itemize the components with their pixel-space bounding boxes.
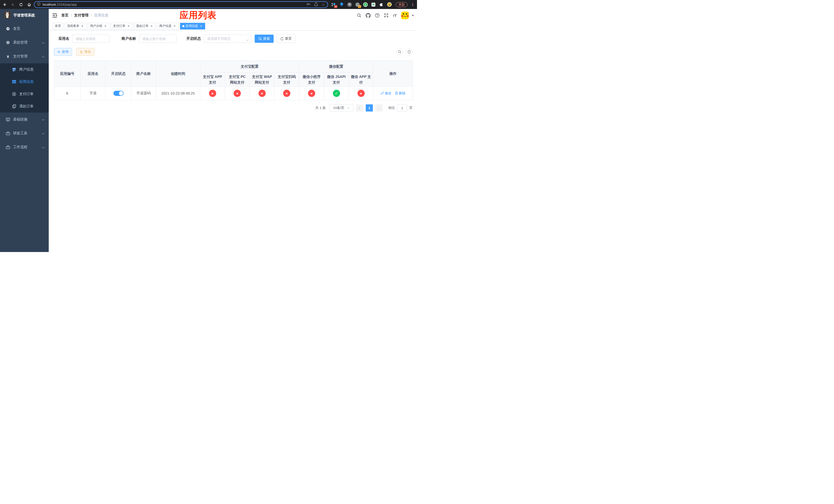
github-icon[interactable]: [366, 13, 371, 18]
col-merchant: 商户名称: [131, 61, 156, 87]
status-dot: ×: [234, 90, 241, 97]
tab-close-icon[interactable]: ×: [104, 24, 107, 28]
profile-emoji-icon[interactable]: [387, 2, 392, 7]
refresh-table-button[interactable]: [406, 48, 413, 55]
sidebar-item-label: 首页: [13, 26, 20, 31]
page-size-select[interactable]: 10条/页: [329, 104, 353, 112]
status-select[interactable]: 请选择开启状态: [204, 35, 251, 43]
sidebar-item-label: 支付订单: [19, 92, 34, 96]
app-title: 芋道管理系统: [13, 13, 35, 18]
toggle-search-button[interactable]: [396, 48, 403, 55]
tab-home[interactable]: 首页: [52, 23, 63, 29]
font-size-icon[interactable]: TT: [393, 14, 397, 18]
breadcrumb: 首页 / 支付管理 / 应用信息: [61, 13, 109, 18]
fullscreen-icon[interactable]: [384, 13, 389, 18]
tab-close-icon[interactable]: ×: [81, 24, 84, 28]
app-table: 应用编号 应用名 开启状态 商户名称 创建时间 支付宝配置 微信配置 操作 支付…: [54, 60, 413, 100]
breadcrumb-current: 应用信息: [94, 13, 109, 18]
sidebar-item-dev-tools[interactable]: 研发工具: [0, 127, 49, 140]
sidebar-collapse-icon[interactable]: [52, 14, 57, 18]
sidebar-item-merchant-info[interactable]: 商户信息: [0, 63, 49, 76]
merchant-name-input[interactable]: [139, 35, 176, 43]
main-content: 应用名 商户名称 开启状态 请选择开启状态 搜索 重置: [49, 30, 417, 252]
export-button[interactable]: 导出: [76, 48, 95, 55]
browser-update-button[interactable]: 更新: [396, 2, 408, 7]
tab-app-info[interactable]: 应用信息×: [180, 23, 205, 29]
reset-button[interactable]: 重置: [277, 35, 295, 43]
table-toolbar: 新增 导出: [54, 48, 413, 55]
col-wechat-mini: 微信小程序支付: [299, 72, 324, 87]
avatar[interactable]: [401, 12, 409, 19]
url-bar[interactable]: localhost:1024/pay/app ☆: [34, 1, 328, 8]
sidebar-item-pay[interactable]: ¥ 支付管理: [0, 49, 49, 63]
tab-user-group[interactable]: 用户分组×: [88, 23, 110, 29]
table-grid-icon: [11, 80, 17, 84]
group-wechat-config: 微信配置: [299, 61, 373, 72]
chevron-up-icon: [42, 54, 45, 59]
app-name-input[interactable]: [72, 35, 110, 43]
extension-chat-icon[interactable]: [371, 2, 376, 7]
breadcrumb-home[interactable]: 首页: [61, 13, 68, 18]
header-search-icon[interactable]: [357, 13, 361, 18]
chevron-down-icon: [42, 145, 45, 149]
sidebar-logo[interactable]: 芋道管理系统: [0, 9, 49, 22]
tab-close-icon[interactable]: ×: [127, 24, 130, 28]
next-page-button[interactable]: ›: [375, 104, 382, 112]
enabled-toggle[interactable]: [113, 91, 124, 96]
bookmark-star-icon[interactable]: ☆: [322, 3, 325, 6]
tab-process-form[interactable]: 流程表单×: [65, 23, 86, 29]
sidebar-item-refund-order[interactable]: 退款订单: [0, 100, 49, 113]
site-info-icon[interactable]: [37, 2, 41, 7]
toolbox-icon: [5, 132, 11, 135]
browser-forward-icon[interactable]: [11, 3, 15, 7]
sidebar-item-infra[interactable]: 基础设施: [0, 113, 49, 127]
tab-refund-order[interactable]: 退款订单×: [134, 23, 156, 29]
delete-button[interactable]: 删除: [395, 91, 405, 96]
sidebar-item-label: 基础设施: [13, 117, 27, 122]
breadcrumb-pay[interactable]: 支付管理: [74, 13, 88, 18]
extension-recorder-icon[interactable]: 1: [355, 2, 360, 7]
tags-view-bar: 首页 流程表单× 用户分组× 支付订单× 退款订单× 商户信息× 应用信息×: [49, 22, 417, 30]
help-icon[interactable]: [375, 13, 379, 18]
page-annotation: 应用列表: [179, 9, 216, 21]
search-button[interactable]: 搜索: [255, 35, 273, 43]
tab-close-icon[interactable]: ×: [150, 24, 153, 28]
extension-diamond-icon[interactable]: 10: [331, 2, 336, 7]
table-row: 6 芋道 芋道源码 2021-10-23 08:49:25 × × × × × …: [54, 87, 413, 100]
tab-close-icon[interactable]: ×: [199, 24, 203, 28]
sidebar-item-pay-order[interactable]: 支付订单: [0, 88, 49, 100]
share-icon[interactable]: [314, 2, 318, 7]
password-key-icon[interactable]: [306, 2, 311, 7]
chevron-down-icon: [246, 38, 249, 42]
extension-command-icon[interactable]: ⌘: [347, 2, 352, 7]
add-button[interactable]: 新增: [54, 48, 72, 55]
page-1-button[interactable]: 1: [366, 104, 373, 112]
document-copy-icon: [11, 104, 17, 109]
prev-page-button[interactable]: ‹: [356, 104, 363, 112]
browser-home-icon[interactable]: [27, 3, 31, 7]
avatar-caret-icon[interactable]: [412, 15, 414, 16]
total-count: 共 1 条: [315, 106, 326, 110]
extension-balloon-icon[interactable]: [339, 2, 344, 7]
edit-button[interactable]: 修改: [380, 91, 391, 96]
status-dot: ×: [283, 90, 290, 97]
cell-merchant: 芋道源码: [131, 87, 156, 100]
tab-merchant-info[interactable]: 商户信息×: [157, 23, 179, 29]
sidebar-item-workflow[interactable]: 工作流程: [0, 140, 49, 154]
tab-pay-order[interactable]: 支付订单×: [111, 23, 133, 29]
gear-icon: [5, 41, 11, 45]
sidebar-item-app-info[interactable]: 应用信息: [0, 76, 49, 88]
chevron-down-icon: [347, 107, 350, 109]
extensions-puzzle-icon[interactable]: [379, 2, 384, 7]
extension-y-icon[interactable]: y: [363, 2, 368, 7]
toolbox-icon: [5, 145, 11, 149]
goto-page-input[interactable]: [397, 104, 407, 112]
tab-close-icon[interactable]: ×: [173, 24, 176, 28]
status-dot: ×: [308, 90, 315, 97]
sidebar-item-system[interactable]: 系统管理: [0, 36, 49, 49]
browser-back-icon[interactable]: [3, 3, 7, 7]
sidebar-item-label: 研发工具: [13, 131, 27, 136]
sidebar-item-home[interactable]: 首页: [0, 22, 49, 36]
browser-reload-icon[interactable]: [19, 3, 23, 7]
browser-menu-icon[interactable]: ⋮: [411, 3, 414, 7]
